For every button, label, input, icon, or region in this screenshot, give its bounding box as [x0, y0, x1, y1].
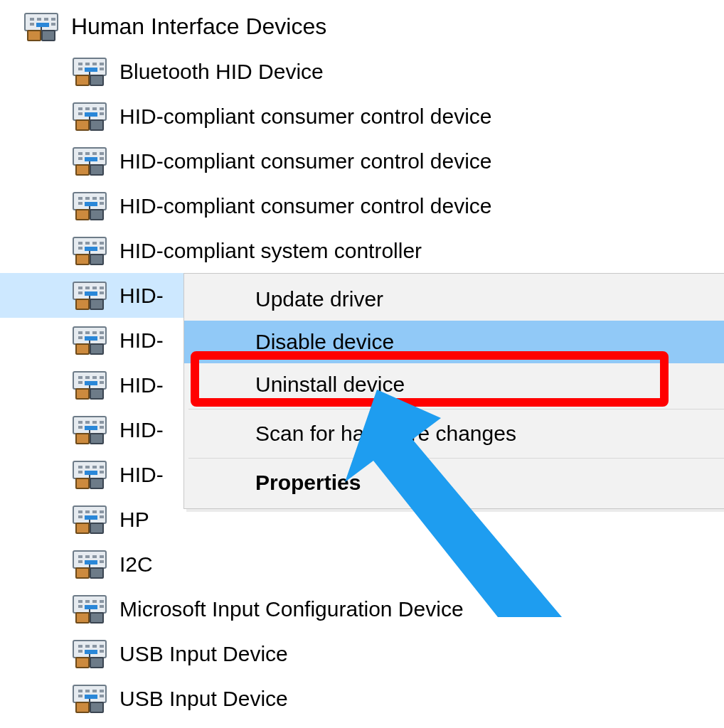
menu-separator [188, 409, 724, 410]
tree-node-label: Human Interface Devices [71, 14, 326, 40]
menu-separator [188, 458, 724, 459]
hid-icon [24, 13, 58, 41]
tree-node-label: HP [119, 508, 149, 532]
menu-item-label: Properties [255, 471, 361, 495]
hid-icon [73, 505, 107, 534]
tree-node-label: HID-compliant consumer control device [119, 149, 492, 173]
tree-node-label: HID-compliant consumer control device [119, 105, 492, 129]
tree-node-child[interactable]: Bluetooth HID Device [0, 49, 724, 94]
hid-icon [73, 192, 107, 220]
menu-item-uninstall-device[interactable]: Uninstall device [184, 363, 724, 406]
hid-icon [73, 102, 107, 131]
tree-node-label: HID- [119, 418, 164, 442]
tree-node-child[interactable]: I2C [0, 542, 724, 587]
tree-node-label: HID- [119, 463, 164, 487]
tree-node-child[interactable]: HID-compliant consumer control device [0, 94, 724, 139]
hid-icon [73, 416, 107, 444]
menu-item-update-driver[interactable]: Update driver [184, 278, 724, 321]
tree-node-child[interactable]: USB Input Device [0, 631, 724, 676]
tree-node-child[interactable]: HID-compliant system controller [0, 228, 724, 273]
menu-item-scan-hardware[interactable]: Scan for hardware changes [184, 412, 724, 455]
menu-item-disable-device[interactable]: Disable device [184, 321, 724, 363]
hid-icon [73, 326, 107, 355]
menu-item-label: Update driver [255, 287, 383, 311]
tree-node-label: USB Input Device [119, 642, 288, 666]
tree-node-label: HID- [119, 284, 164, 308]
tree-node-label: HID-compliant system controller [119, 239, 422, 263]
menu-item-label: Scan for hardware changes [255, 422, 516, 446]
tree-node-label: USB Input Device [119, 687, 288, 711]
hid-icon [73, 147, 107, 176]
hid-icon [73, 685, 107, 713]
tree-node-label: HID- [119, 328, 164, 353]
tree-node-label: HID-compliant consumer control device [119, 194, 492, 218]
tree-node-label: HID- [119, 373, 164, 397]
tree-node-label: I2C [119, 552, 153, 577]
tree-node-child[interactable]: Microsoft Input Configuration Device [0, 587, 724, 631]
hid-icon [73, 237, 107, 265]
hid-icon [73, 595, 107, 623]
hid-icon [73, 282, 107, 310]
tree-node-label: Microsoft Input Configuration Device [119, 597, 464, 621]
hid-icon [73, 640, 107, 668]
menu-item-properties[interactable]: Properties [184, 461, 724, 504]
hid-icon [73, 371, 107, 400]
tree-node-label: Bluetooth HID Device [119, 60, 324, 84]
hid-icon [73, 58, 107, 86]
tree-node-child[interactable]: HID-compliant consumer control device [0, 139, 724, 183]
menu-item-label: Uninstall device [255, 373, 405, 397]
context-menu: Update driver Disable device Uninstall d… [183, 273, 724, 509]
tree-node-parent-hid[interactable]: Human Interface Devices [0, 4, 724, 49]
hid-icon [73, 461, 107, 489]
tree-node-child[interactable]: HID-compliant consumer control device [0, 183, 724, 228]
hid-icon [73, 550, 107, 579]
menu-item-label: Disable device [255, 330, 394, 354]
tree-node-child[interactable]: USB Input Device [0, 676, 724, 721]
